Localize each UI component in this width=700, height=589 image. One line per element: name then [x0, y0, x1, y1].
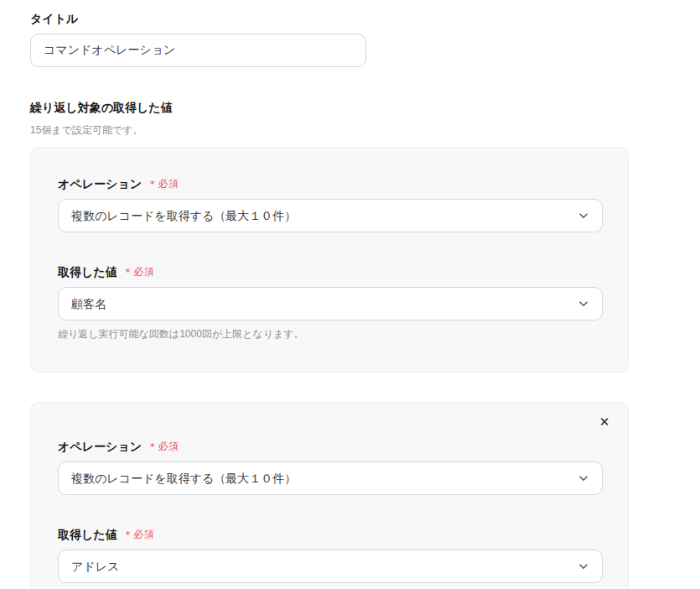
value-select-value: 顧客名: [71, 295, 106, 312]
required-badge: ＊必須: [148, 177, 179, 190]
value-label-row: 取得した値 ＊必須: [58, 263, 601, 280]
value-field-group: 取得した値 ＊必須 アドレス 繰り返し実行可能な回数は1000回が上限となります…: [58, 526, 601, 589]
chevron-down-icon: [577, 472, 590, 485]
operation-select[interactable]: 複数のレコードを取得する（最大１０件）: [58, 199, 603, 232]
chevron-down-icon: [577, 209, 590, 222]
value-field-group: 取得した値 ＊必須 顧客名 繰り返し実行可能な回数は1000回が上限となります。: [58, 263, 601, 341]
value-select-value: アドレス: [71, 558, 119, 575]
chevron-down-icon: [577, 297, 590, 310]
value-select-help: 繰り返し実行可能な回数は1000回が上限となります。: [58, 327, 601, 341]
operation-label: オペレーション: [58, 438, 142, 455]
operation-select-value: 複数のレコードを取得する（最大１０件）: [71, 470, 296, 487]
value-label: 取得した値: [58, 526, 117, 543]
required-badge: ＊必須: [123, 265, 155, 279]
required-badge: ＊必須: [123, 528, 155, 541]
operation-label: オペレーション: [58, 175, 142, 192]
required-badge: ＊必須: [148, 440, 179, 453]
operation-card-2: ✕ オペレーション ＊必須 複数のレコードを取得する（最大１０件） 取得した値 …: [30, 402, 629, 589]
section-heading: 繰り返し対象の取得した値: [30, 99, 700, 116]
title-input[interactable]: [30, 34, 366, 67]
operation-label-row: オペレーション ＊必須: [58, 175, 601, 192]
operation-select-value: 複数のレコードを取得する（最大１０件）: [71, 207, 296, 224]
section-description: 15個まで設定可能です。: [30, 123, 700, 137]
title-field-label: タイトル: [30, 10, 700, 27]
value-select[interactable]: 顧客名: [58, 287, 603, 321]
operation-label-row: オペレーション ＊必須: [58, 438, 601, 455]
form-page: タイトル 繰り返し対象の取得した値 15個まで設定可能です。 オペレーション ＊…: [0, 0, 700, 589]
operation-field-group: オペレーション ＊必須 複数のレコードを取得する（最大１０件）: [58, 438, 601, 495]
operation-field-group: オペレーション ＊必須 複数のレコードを取得する（最大１０件）: [58, 175, 601, 232]
value-label-row: 取得した値 ＊必須: [58, 526, 601, 543]
close-icon[interactable]: ✕: [597, 414, 612, 430]
operation-select[interactable]: 複数のレコードを取得する（最大１０件）: [58, 461, 603, 495]
value-select[interactable]: アドレス: [58, 550, 603, 583]
chevron-down-icon: [577, 560, 590, 573]
value-label: 取得した値: [58, 263, 117, 280]
operation-card-1: オペレーション ＊必須 複数のレコードを取得する（最大１０件） 取得した値 ＊必…: [30, 147, 629, 373]
